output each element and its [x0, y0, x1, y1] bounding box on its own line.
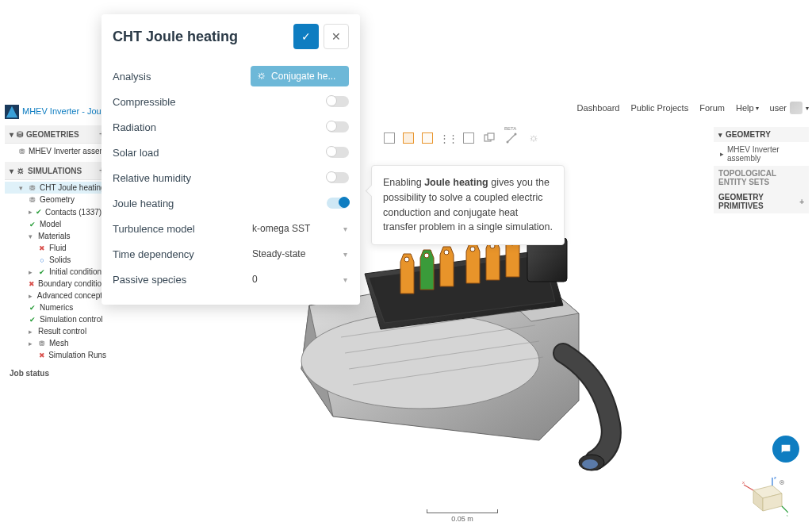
chevron-down-icon: ▾: [806, 105, 809, 112]
mesh-icon: ⛃: [38, 340, 46, 347]
passive-species-select[interactable]: 0▾: [251, 271, 349, 288]
nav-user[interactable]: user▾: [770, 102, 809, 114]
chevron-right-icon: ▸: [720, 150, 724, 158]
simulations-header[interactable]: ▾ ⛭ SIMULATIONS +: [5, 162, 109, 180]
view-wireframe-icon[interactable]: [384, 132, 395, 144]
close-icon: ✕: [331, 30, 341, 43]
close-button[interactable]: ✕: [324, 24, 349, 49]
sim-numerics[interactable]: ✔Numerics: [5, 301, 109, 313]
time-dependency-select[interactable]: Steady-state▾: [251, 245, 349, 263]
compressible-toggle[interactable]: [327, 96, 349, 107]
chevron-down-icon: ▾: [718, 131, 722, 139]
chevron-down-icon: ▾: [343, 275, 347, 284]
error-icon: ✖: [38, 244, 46, 252]
view-points-icon[interactable]: [441, 131, 455, 145]
view-box-icon[interactable]: [463, 132, 474, 144]
sim-initial-conditions[interactable]: ▸✔Initial conditions: [5, 266, 109, 278]
analysis-label: Analysis: [113, 71, 251, 83]
geometries-header[interactable]: ▾ ⛁ GEOMETRIES +: [5, 125, 109, 144]
simulation-icon: ⛃: [29, 184, 36, 192]
view-settings-icon[interactable]: ⛭: [527, 131, 541, 145]
sim-cht-joule-heating[interactable]: ▾⛃CHT Joule heating: [5, 182, 109, 194]
scale-bar: 0.05 m: [427, 509, 498, 523]
svg-point-3: [507, 141, 509, 144]
geometry-section-header[interactable]: ▾GEOMETRY: [714, 127, 809, 142]
svg-point-8: [444, 250, 449, 255]
geometry-assembly-item[interactable]: ▸MHEV Inverter assembly: [714, 142, 809, 166]
nav-dashboard[interactable]: Dashboard: [577, 103, 620, 113]
sim-simulation-control[interactable]: ✔Simulation control: [5, 313, 109, 325]
solar-load-label: Solar load: [113, 147, 327, 159]
simulations-icon: ⛭: [17, 167, 25, 175]
sim-materials[interactable]: ▾Materials: [5, 230, 109, 242]
nav-public-projects[interactable]: Public Projects: [630, 103, 688, 113]
radiation-toggle[interactable]: [327, 121, 349, 132]
axes-gizmo[interactable]: x y z: [741, 469, 788, 516]
panel-title: CHT Joule heating: [113, 29, 289, 45]
turbulence-select[interactable]: k-omega SST▾: [251, 220, 349, 237]
job-status-header[interactable]: Job status: [5, 366, 109, 381]
sim-boundary-conditions[interactable]: ✖Boundary conditions: [5, 278, 109, 290]
chevron-down-icon: ▾: [343, 250, 347, 259]
geometry-item[interactable]: ⛃MHEV Inverter assembly: [5, 145, 109, 157]
sim-contacts[interactable]: ▸✔Contacts (1337)Y: [5, 205, 109, 218]
chevron-down-icon: ▾: [756, 105, 759, 112]
app-logo-icon: [5, 105, 19, 119]
sim-solids[interactable]: ○Solids: [5, 254, 109, 266]
view-measure-icon[interactable]: BETA: [504, 131, 519, 145]
check-icon: ✓: [301, 30, 311, 43]
error-icon: ✖: [29, 280, 35, 288]
radiation-label: Radiation: [113, 121, 327, 133]
sim-advanced-concepts[interactable]: ▸Advanced concepts: [5, 290, 109, 301]
primitives-section-header[interactable]: GEOMETRY PRIMITIVES+: [714, 190, 809, 213]
sim-result-control[interactable]: ▸Result control: [5, 325, 109, 337]
analysis-type-button[interactable]: ⛭Conjugate he...: [251, 66, 349, 86]
compressible-label: Compressible: [113, 96, 327, 108]
relative-humidity-label: Relative humidity: [113, 172, 327, 184]
svg-point-6: [404, 257, 409, 262]
topo-section-header[interactable]: TOPOLOGICAL ENTITY SETS: [714, 166, 809, 190]
chat-icon: [779, 443, 792, 455]
nav-help[interactable]: Help▾: [736, 103, 759, 113]
sim-simulation-runs[interactable]: ✖Simulation Runs: [5, 349, 109, 361]
check-icon: ✔: [29, 304, 36, 312]
view-shaded2-icon[interactable]: [422, 132, 433, 144]
solar-load-toggle[interactable]: [327, 147, 349, 158]
chat-button[interactable]: [772, 436, 799, 463]
turbulence-label: Turbulence model: [113, 223, 251, 235]
sim-mesh[interactable]: ▸⛃Mesh: [5, 337, 109, 349]
gear-icon: ⛭: [257, 71, 266, 82]
geometry-icon: ⛃: [19, 148, 25, 155]
add-primitive-button[interactable]: +: [799, 198, 804, 206]
sim-fluid[interactable]: ✖Fluid: [5, 242, 109, 254]
time-dependency-label: Time dependency: [113, 248, 251, 260]
error-icon: ✖: [38, 351, 45, 359]
viewport-toolbar: BETA ⛭: [384, 131, 541, 145]
avatar: [790, 102, 802, 114]
circle-icon: ○: [38, 256, 46, 264]
joule-heating-label: Joule heating: [113, 198, 327, 209]
svg-point-15: [582, 459, 598, 469]
top-nav: Dashboard Public Projects Forum Help▾ us…: [577, 102, 809, 114]
sim-model[interactable]: ✔Model: [5, 218, 109, 230]
check-icon: ✔: [38, 268, 46, 276]
relative-humidity-toggle[interactable]: [327, 172, 349, 183]
svg-text:y: y: [787, 513, 788, 516]
view-section-icon[interactable]: [482, 131, 496, 145]
left-sidebar: ▾ ⛁ GEOMETRIES + ⛃MHEV Inverter assembly…: [5, 125, 109, 381]
view-shaded-icon[interactable]: [403, 132, 414, 144]
check-icon: ✔: [36, 208, 42, 216]
right-panel: ▾GEOMETRY ▸MHEV Inverter assembly TOPOLO…: [714, 127, 809, 213]
chevron-down-icon: ▾: [10, 167, 13, 175]
svg-point-7: [424, 253, 429, 258]
geometries-icon: ⛁: [17, 130, 23, 139]
svg-rect-2: [488, 133, 494, 140]
svg-point-9: [470, 247, 475, 251]
sim-geometry[interactable]: ⛃Geometry: [5, 194, 109, 205]
nav-forum[interactable]: Forum: [699, 103, 725, 113]
chevron-down-icon: ▾: [343, 225, 347, 233]
joule-heating-toggle[interactable]: [327, 198, 349, 209]
svg-point-5: [301, 313, 539, 409]
confirm-button[interactable]: ✓: [293, 24, 319, 49]
svg-point-4: [515, 133, 517, 136]
